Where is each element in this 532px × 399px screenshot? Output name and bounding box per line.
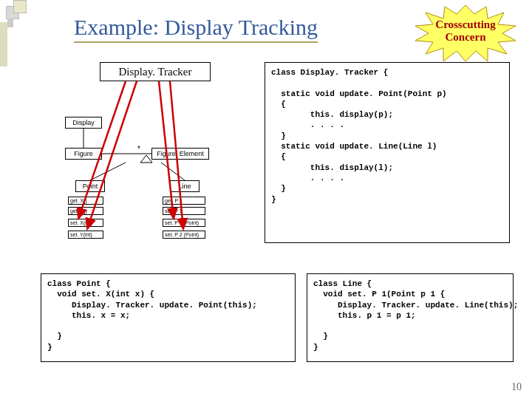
uml-line-setp1-point: set. P 1 (Point) bbox=[163, 219, 205, 227]
svg-line-4 bbox=[161, 163, 185, 180]
starburst-line2: Concern bbox=[446, 31, 486, 43]
code-line-class: class Line { void set. P 1(Point p 1 { D… bbox=[307, 273, 514, 362]
page-number: 10 bbox=[511, 381, 522, 393]
uml-point-setx: set. X(int) bbox=[68, 219, 103, 227]
uml-multiplicity-star: * bbox=[137, 145, 140, 153]
svg-marker-5 bbox=[140, 155, 152, 163]
title-text: Example: Display Tracking bbox=[74, 15, 318, 43]
uml-point-sety: set. Y(int) bbox=[68, 231, 103, 239]
uml-line-getp1: get. P 1 bbox=[163, 197, 205, 205]
corner-decoration bbox=[0, 0, 44, 52]
uml-point: Point bbox=[75, 180, 105, 192]
uml-line-setp1: set. P 1 bbox=[163, 207, 205, 215]
uml-display: Display bbox=[65, 117, 102, 129]
uml-figure-element: Figure. Element bbox=[151, 148, 209, 160]
uml-figure: Figure bbox=[65, 148, 102, 160]
uml-line-setp2-point: set. P 2 (Point) bbox=[163, 231, 205, 239]
starburst-line1: Crosscutting bbox=[435, 18, 495, 30]
uml-point-gety: get. Y() bbox=[68, 207, 103, 215]
svg-line-3 bbox=[90, 163, 126, 180]
code-point-class: class Point { void set. X(int x) { Displ… bbox=[41, 273, 296, 362]
code-display-tracker: class Display. Tracker { static void upd… bbox=[265, 62, 510, 243]
starburst-callout: Crosscutting Concern bbox=[414, 4, 517, 59]
uml-diagram: Display Figure Figure. Element Point Lin… bbox=[59, 100, 251, 256]
uml-line: Line bbox=[170, 180, 200, 192]
slide-title: Example: Display Tracking bbox=[74, 15, 318, 43]
uml-point-getx: get. X() bbox=[68, 197, 103, 205]
display-tracker-label: Display. Tracker bbox=[100, 62, 211, 81]
